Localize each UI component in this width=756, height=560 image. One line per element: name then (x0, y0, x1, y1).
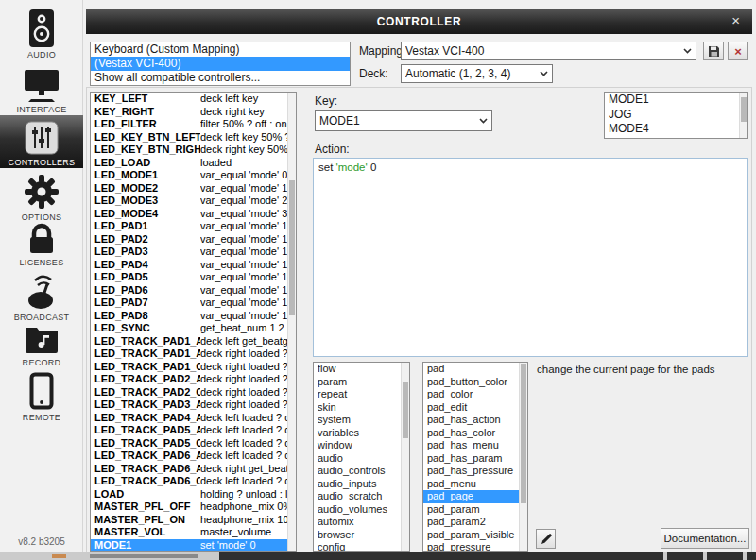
mapped-key-row[interactable]: LED_TRACK_PAD5_A_L deck left loaded ? de… (91, 424, 287, 437)
pad-action-item[interactable]: pad_has_color (423, 427, 519, 440)
mapped-key-row[interactable]: MASTER_PFL_OFF headphone_mix 0% (91, 501, 287, 514)
sidebar-item-remote[interactable]: REMOTE (0, 372, 83, 423)
category-item[interactable]: config (314, 541, 401, 551)
mapped-key-row[interactable]: LED_PAD8 var_equal 'mode' 1 ? lo (91, 310, 287, 323)
category-item[interactable]: audio (314, 452, 401, 466)
mapped-key-row[interactable]: LED_TRACK_PAD1_C_F deck right loaded ? d… (91, 361, 287, 374)
mapped-key-row[interactable]: LED_TRACK_PAD3_A_F deck right loaded ? d… (91, 399, 287, 412)
sidebar-item-interface[interactable]: INTERFACE (0, 70, 83, 117)
mapped-key-row[interactable]: LED_MODE1 var_equal 'mode' 0 ? o (91, 169, 287, 182)
mapped-key-row[interactable]: LED_MODE3 var_equal 'mode' 2 ? o (91, 195, 287, 208)
pad-action-item[interactable]: pad_param (423, 503, 519, 517)
pad-action-item[interactable]: pad_has_param (423, 452, 519, 466)
category-item[interactable]: audio_volumes (314, 503, 401, 517)
pad-action-item[interactable]: pad_has_pressure (423, 465, 519, 478)
mapped-key-row[interactable]: LED_TRACK_PAD2_C_F deck right loaded ? d… (91, 386, 287, 399)
mapped-key-row[interactable]: KEY_RIGHT deck right key (91, 106, 287, 119)
category-item[interactable]: skin (314, 401, 401, 415)
mapped-key-row[interactable]: LED_SYNC get_beat_num 1 2 (91, 322, 287, 335)
mapped-key-row[interactable]: LED_TRACK_PAD6_C_L deck left loaded ? de… (91, 475, 287, 488)
mapped-key-row[interactable]: LED_PAD2 var_equal 'mode' 1 ? lo (91, 233, 287, 246)
sidebar-item-record[interactable]: RECORD (0, 323, 83, 370)
category-item[interactable]: window (314, 439, 401, 452)
category-item[interactable]: audio_controls (314, 465, 401, 478)
category-item[interactable]: audio_scratch (314, 490, 401, 503)
category-item[interactable]: browser (314, 529, 401, 542)
mapped-key-row[interactable]: LED_TRACK_PAD2_A_F deck right loaded ? d… (91, 373, 287, 386)
sidebar-item-controllers[interactable]: CONTROLLERS (0, 115, 83, 168)
mapped-key-row[interactable]: LED_PAD3 var_equal 'mode' 1 ? lo (91, 246, 287, 259)
device-list-item[interactable]: (Vestax VCI-400) (91, 57, 350, 71)
delete-mapping-button[interactable]: × (728, 42, 748, 60)
mapped-key-row[interactable]: LED_TRACK_PAD1_A_F deck right loaded ? d… (91, 348, 287, 361)
pad-action-item[interactable]: pad_button_color (423, 376, 519, 389)
pad-action-item[interactable]: pad_color (423, 388, 519, 401)
category-item[interactable]: repeat (314, 388, 401, 401)
mapped-key-row[interactable]: LED_KEY_BTN_RIGHT deck right key 50% ? o (91, 144, 287, 157)
category-item[interactable]: variables (314, 427, 401, 440)
action-editor[interactable]: set 'mode' 0 (313, 158, 748, 357)
deck-label: Deck: (359, 67, 388, 80)
mapped-key-row[interactable]: LOAD holding ? unload : load (91, 488, 287, 501)
sidebar-item-broadcast[interactable]: BROADCAST (0, 272, 83, 323)
pad-action-item[interactable]: pad_page (423, 490, 519, 503)
mapped-key-row[interactable]: LED_PAD7 var_equal 'mode' 1 ? lo (91, 297, 287, 310)
pad-action-item[interactable]: pad_has_action (423, 414, 519, 427)
mapped-key-row[interactable]: LED_LOAD loaded (91, 157, 287, 170)
mapped-key-row[interactable]: LED_TRACK_PAD5_C_L deck left loaded ? de… (91, 437, 287, 450)
recent-keys-scrollbar[interactable] (739, 93, 747, 138)
close-icon[interactable]: × (731, 13, 740, 28)
recent-key-item[interactable]: MODE1 (605, 93, 739, 108)
sidebar-item-options[interactable]: OPTIONS (0, 174, 83, 225)
pad-actions-scrollbar-thumb[interactable] (521, 364, 526, 503)
dialog-titlebar[interactable]: CONTROLLER × (86, 9, 752, 34)
mapped-key-row[interactable]: KEY_LEFT deck left key (91, 93, 287, 106)
category-item[interactable]: system (314, 414, 401, 427)
save-mapping-button[interactable] (703, 42, 724, 60)
pad-actions-scrollbar[interactable] (519, 363, 527, 551)
sidebar-item-audio[interactable]: AUDIO (0, 9, 83, 64)
mapped-key-row[interactable]: LED_TRACK_PAD4_A_L deck left loaded ? de… (91, 412, 287, 425)
device-list-item[interactable]: Show all compatible controllers... (91, 71, 350, 85)
mapping-select[interactable]: Vestax VCI-400 (401, 42, 696, 60)
mapped-key-row[interactable]: LED_PAD4 var_equal 'mode' 1 ? lo (91, 259, 287, 272)
category-item[interactable]: param (314, 376, 401, 389)
mapped-key-row[interactable]: LED_PAD6 var_equal 'mode' 1 ? lo (91, 284, 287, 297)
deck-select[interactable]: Automatic (1, 2, 3, 4) (401, 64, 553, 83)
pad-action-item[interactable]: pad_param_visible (423, 529, 519, 542)
mapped-key-row[interactable]: LED_PAD5 var_equal 'mode' 1 ? lo (91, 271, 287, 284)
mapped-key-row[interactable]: LED_TRACK_PAD1_A_L deck left get_beatgri… (91, 335, 287, 348)
category-item[interactable]: automix (314, 516, 401, 529)
key-select[interactable]: MODE1 (315, 110, 492, 131)
pad-action-item[interactable]: pad (423, 363, 519, 376)
documentation-button[interactable]: Documentation... (661, 528, 749, 549)
mapped-key-row[interactable]: LED_MODE4 var_equal 'mode' 3 ? o (91, 208, 287, 221)
pad-action-item[interactable]: pad_menu (423, 478, 519, 491)
chevron-down-icon (540, 71, 548, 76)
pad-action-item[interactable]: pad_has_menu (423, 439, 519, 452)
category-item[interactable]: flow (314, 363, 401, 376)
pad-action-item[interactable]: pad_edit (423, 401, 519, 415)
mapped-key-row[interactable]: LED_FILTER filter 50% ? off : on (91, 118, 287, 131)
mapped-key-row[interactable]: LED_TRACK_PAD6_A_L deck left loaded ? de… (91, 450, 287, 463)
mapped-key-row[interactable]: MASTER_VOL master_volume (91, 526, 287, 539)
mapped-key-row[interactable]: MASTER_PFL_ON headphone_mix 100% (91, 514, 287, 527)
recent-key-item[interactable]: JOG (605, 108, 739, 123)
mapped-key-row[interactable]: LED_MODE2 var_equal 'mode' 1 ? o (91, 182, 287, 195)
category-scrollbar[interactable] (401, 363, 409, 551)
category-scrollbar-thumb[interactable] (403, 382, 408, 438)
edit-action-button[interactable] (536, 529, 556, 549)
device-list-item[interactable]: Keyboard (Custom Mapping) (91, 42, 350, 57)
keys-scrollbar-thumb[interactable] (289, 180, 295, 315)
category-item[interactable]: audio_inputs (314, 478, 401, 491)
recent-keys-scrollbar-thumb[interactable] (741, 97, 747, 122)
mapped-key-row[interactable]: LED_KEY_BTN_LEFT deck left key 50% ? off (91, 131, 287, 144)
sidebar-item-licenses[interactable]: LICENSES (0, 223, 83, 270)
pad-action-item[interactable]: pad_pressure (423, 541, 519, 551)
recent-key-item[interactable]: MODE4 (605, 122, 739, 137)
pad-action-item[interactable]: pad_param2 (423, 516, 519, 529)
keys-list-scrollbar[interactable] (287, 93, 296, 551)
mapped-key-row[interactable]: MODE1 set 'mode' 0 (91, 539, 287, 552)
mapped-key-row[interactable]: LED_PAD1 var_equal 'mode' 1 ? lo (91, 220, 287, 233)
mapped-key-row[interactable]: LED_TRACK_PAD6_A_F deck right get_beatgr… (91, 463, 287, 476)
